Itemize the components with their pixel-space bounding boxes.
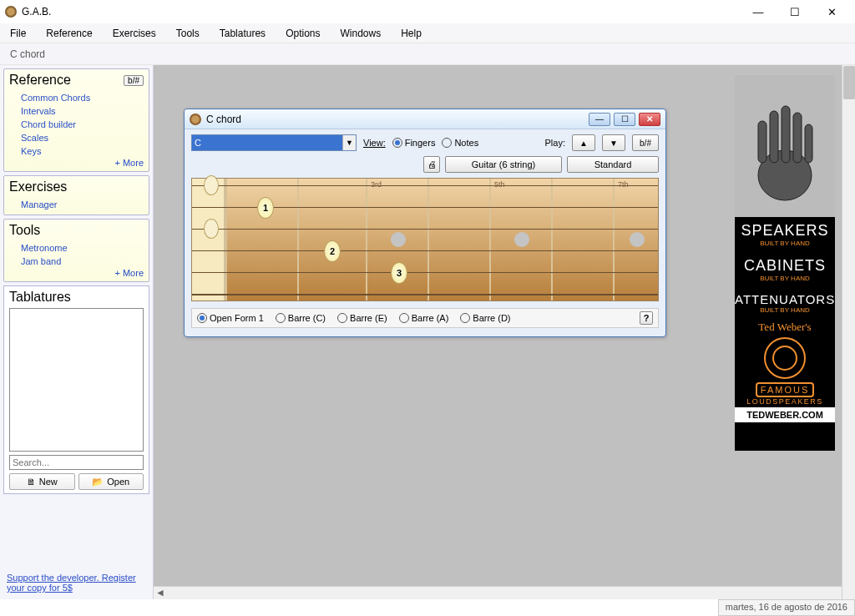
finger-marker-3: 3	[391, 262, 407, 284]
ref-chord-builder[interactable]: Chord builder	[21, 118, 144, 131]
fret-label-7: 7th	[618, 180, 629, 189]
panel-tools-title: Tools	[9, 223, 144, 238]
maximize-button[interactable]: ☐	[777, 0, 813, 23]
tools-more[interactable]: + More	[9, 268, 144, 278]
chord-window: C chord — ☐ ✕ ▼ View: Fingers Notes	[184, 109, 666, 337]
tuning-button[interactable]: Standard	[567, 156, 659, 173]
chord-window-titlebar[interactable]: C chord — ☐ ✕	[185, 109, 665, 129]
chord-select[interactable]: ▼	[191, 134, 357, 151]
fret-marker	[391, 232, 406, 247]
svg-rect-1	[758, 121, 766, 163]
ref-scales[interactable]: Scales	[21, 131, 144, 144]
tablatures-new-button[interactable]: 🗎New	[9, 473, 75, 490]
status-bar-date: martes, 16 de agosto de 2016	[718, 599, 855, 616]
finger-marker-1: 1	[257, 197, 274, 219]
panel-tablatures-title: Tablatures	[9, 290, 144, 305]
svg-rect-4	[793, 113, 802, 163]
tablatures-open-button[interactable]: 📂Open	[78, 473, 144, 490]
workspace: C chord — ☐ ✕ ▼ View: Fingers Notes	[154, 65, 855, 599]
view-fingers-radio[interactable]: Fingers	[392, 138, 436, 148]
ad-url: TEDWEBER.COM	[735, 407, 835, 422]
breadcrumb: C chord	[0, 43, 855, 65]
tablatures-search-input[interactable]	[9, 455, 144, 470]
menu-help[interactable]: Help	[396, 26, 427, 41]
instrument-button[interactable]: Guitar (6 string)	[445, 156, 562, 173]
form-barre-e[interactable]: Barre (E)	[337, 313, 387, 323]
app-title: G.A.B.	[22, 6, 51, 18]
ref-common-chords[interactable]: Common Chords	[21, 91, 144, 104]
open-string-marker	[204, 219, 219, 239]
menu-file[interactable]: File	[5, 26, 31, 41]
sharp-flat-toggle[interactable]: b/#	[124, 75, 144, 86]
form-selector: Open Form 1 Barre (C) Barre (E) Barre (A…	[191, 308, 659, 328]
chord-select-input[interactable]	[192, 135, 342, 150]
print-button[interactable]: 🖨	[423, 156, 440, 173]
ref-keys[interactable]: Keys	[21, 144, 144, 158]
svg-rect-2	[770, 111, 778, 163]
support-link[interactable]: Support the developer. Register your cop…	[3, 569, 149, 596]
radio-icon	[399, 313, 409, 323]
tools-metronome[interactable]: Metronome	[21, 241, 144, 255]
menu-exercises[interactable]: Exercises	[108, 26, 161, 41]
fret-label-3: 3rd	[371, 180, 382, 189]
svg-rect-3	[782, 106, 790, 163]
sidebar: Reference b/# Common Chords Intervals Ch…	[0, 65, 154, 599]
fret-label-5: 5th	[494, 180, 505, 189]
help-button[interactable]: ?	[640, 311, 653, 325]
window-controls: — ☐ ✕	[740, 0, 850, 23]
panel-reference: Reference b/# Common Chords Intervals Ch…	[3, 68, 149, 172]
ad-attenuators: ATTENUATORS	[735, 292, 835, 306]
tools-jam-band[interactable]: Jam band	[21, 255, 144, 268]
tablatures-list[interactable]	[9, 308, 144, 452]
ad-hand-image	[735, 75, 835, 217]
fret-marker	[630, 232, 645, 247]
vertical-scrollbar[interactable]	[842, 65, 855, 599]
chord-window-maximize[interactable]: ☐	[614, 113, 635, 126]
minimize-button[interactable]: —	[740, 0, 777, 23]
menu-tablatures[interactable]: Tablatures	[215, 26, 271, 41]
form-barre-c[interactable]: Barre (C)	[276, 313, 326, 323]
play-down-button[interactable]: ▼	[602, 134, 625, 151]
form-open-1[interactable]: Open Form 1	[197, 313, 264, 323]
menu-windows[interactable]: Windows	[335, 26, 386, 41]
horizontal-scrollbar[interactable]: ◄	[154, 586, 842, 599]
advertisement[interactable]: SPEAKERSBUILT BY HAND CABINETSBUILT BY H…	[735, 75, 835, 451]
panel-tools: Tools Metronome Jam band + More	[3, 219, 149, 282]
form-barre-d[interactable]: Barre (D)	[460, 313, 510, 323]
chord-window-close[interactable]: ✕	[639, 113, 660, 126]
fretboard-nut	[192, 179, 227, 300]
form-barre-a[interactable]: Barre (A)	[399, 313, 449, 323]
file-icon: 🗎	[27, 477, 36, 487]
radio-icon	[337, 313, 347, 323]
chord-window-minimize[interactable]: —	[589, 113, 610, 126]
menu-tools[interactable]: Tools	[171, 26, 205, 41]
exercises-manager[interactable]: Manager	[21, 198, 144, 211]
radio-icon	[197, 313, 207, 323]
view-notes-radio[interactable]: Notes	[442, 138, 478, 148]
panel-exercises: Exercises Manager	[3, 175, 149, 215]
menu-options[interactable]: Options	[281, 26, 325, 41]
ad-speaker-icon	[764, 337, 806, 379]
breadcrumb-text: C chord	[10, 48, 45, 60]
panel-exercises-title: Exercises	[9, 179, 144, 194]
radio-icon	[460, 313, 470, 323]
chord-window-body: ▼ View: Fingers Notes Play: ▲ ▼ b/# 🖨 Gu…	[185, 129, 665, 336]
ref-intervals[interactable]: Intervals	[21, 104, 144, 118]
main-area: Reference b/# Common Chords Intervals Ch…	[0, 65, 855, 599]
fret-marker	[514, 232, 529, 247]
chevron-down-icon[interactable]: ▼	[342, 135, 356, 150]
close-button[interactable]: ✕	[813, 0, 850, 23]
chord-window-title: C chord	[206, 114, 241, 125]
sharp-flat-button[interactable]: b/#	[632, 134, 659, 151]
menu-reference[interactable]: Reference	[41, 26, 97, 41]
fretboard[interactable]: 3rd 5th 7th 1 2 3	[191, 178, 659, 301]
play-up-button[interactable]: ▲	[572, 134, 595, 151]
radio-icon	[392, 138, 402, 148]
ref-more[interactable]: + More	[9, 158, 144, 168]
chord-window-icon	[190, 114, 201, 125]
svg-rect-5	[805, 124, 812, 163]
panel-tablatures: Tablatures 🗎New 📂Open	[3, 285, 149, 494]
panel-reference-title: Reference	[9, 73, 71, 88]
app-icon	[5, 6, 17, 18]
ad-cabinets: CABINETS	[735, 257, 835, 275]
